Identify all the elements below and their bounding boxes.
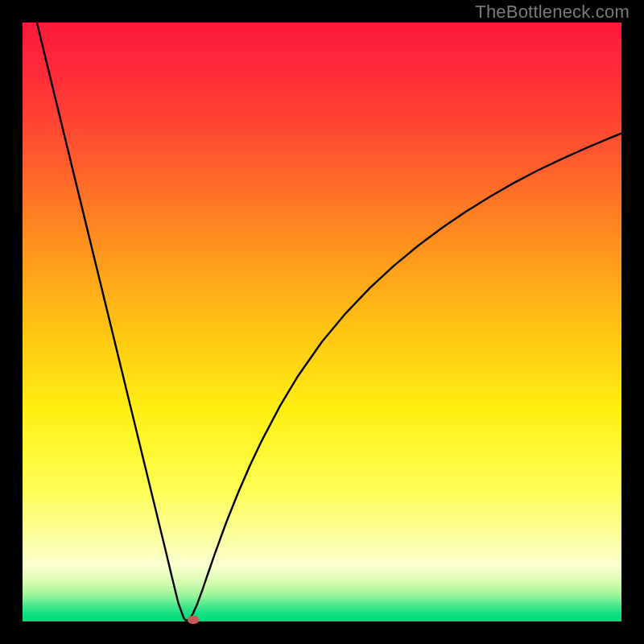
- gradient-background: [23, 23, 621, 621]
- watermark-text: TheBottleneck.com: [475, 2, 630, 23]
- chart-frame: TheBottleneck.com: [0, 0, 644, 644]
- optimal-point-marker: [188, 616, 199, 624]
- bottleneck-chart: [23, 23, 621, 621]
